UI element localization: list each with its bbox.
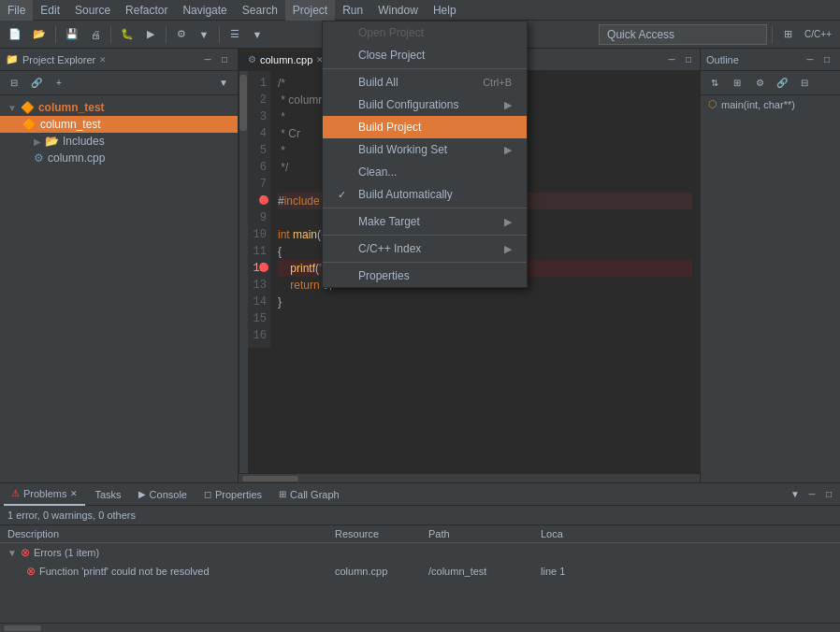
error-desc-inner: ⊗ Function 'printf' could not be resolve… [7, 565, 320, 578]
menu-open-project[interactable]: Open Project [323, 22, 527, 44]
perspective-dropdown-btn[interactable]: ▼ [247, 24, 268, 45]
outline-hide-btn[interactable]: ⊞ [727, 73, 747, 93]
editor-tab-column-cpp[interactable]: ⚙ column.cpp ✕ [239, 49, 334, 71]
view-menu-btn[interactable]: ▼ [213, 73, 234, 93]
properties-icon: ◻ [204, 489, 211, 499]
quick-access-field[interactable]: Quick Access [599, 24, 767, 45]
clean-label: Clean... [358, 165, 397, 179]
tab-label: column.cpp [260, 54, 312, 65]
menu-run[interactable]: Run [335, 0, 370, 21]
error-location-cell: line 1 [533, 562, 840, 581]
debug-btn[interactable]: 🐛 [116, 24, 138, 45]
menu-help[interactable]: Help [426, 0, 464, 21]
problems-filter-btn[interactable]: ▼ [788, 487, 803, 502]
tree-project-root[interactable]: ▼ 🔶 column_test [0, 99, 238, 116]
menu-source[interactable]: Source [67, 0, 118, 21]
problems-hscroll-thumb[interactable] [4, 625, 41, 631]
menu-refactor[interactable]: Refactor [118, 0, 175, 21]
menu-clean[interactable]: Clean... [323, 161, 527, 183]
menu-build-configurations[interactable]: Build Configurations ▶ [323, 93, 527, 116]
outline-maximize-btn[interactable]: □ [819, 52, 834, 67]
tab-call-graph[interactable]: ⊞ Call Graph [271, 483, 347, 506]
tree-file[interactable]: ⚙ column.cpp [0, 150, 238, 166]
problems-panel: ⚠ Problems ✕ Tasks ▶ Console ◻ Propertie… [0, 482, 840, 632]
minimize-panel-btn[interactable]: ─ [200, 52, 215, 67]
save-btn[interactable]: 💾 [61, 24, 83, 45]
col-description: Description [0, 525, 327, 543]
menu-file[interactable]: File [0, 0, 33, 21]
project-icon: 🔶 [21, 101, 35, 114]
editor-minimize-btn[interactable]: ─ [664, 52, 679, 67]
perspectives-open-btn[interactable]: ⊞ [777, 24, 798, 45]
menu-build-working-set[interactable]: Build Working Set ▶ [323, 138, 527, 161]
editor-vscroll-thumb[interactable] [239, 75, 247, 131]
run-btn[interactable]: ▶ [140, 24, 161, 45]
problems-hscrollbar[interactable] [0, 623, 840, 632]
file-label: column.cpp [48, 151, 105, 165]
menu-clean-inner: Clean... [338, 165, 397, 179]
editor-hscroll-thumb[interactable] [242, 476, 298, 481]
cpp-perspective-btn[interactable]: C/C++ [800, 24, 836, 45]
menu-build-all[interactable]: Build All Ctrl+B [323, 71, 527, 93]
file-icon: ⚙ [34, 151, 44, 165]
editor-hscrollbar[interactable] [239, 473, 700, 482]
build-working-set-label: Build Working Set [358, 143, 447, 156]
panel-tab-close-icon: ✕ [99, 55, 107, 65]
menu-cpp-index[interactable]: C/C++ Index ▶ [323, 237, 527, 260]
project-name-label2: column_test [40, 118, 101, 131]
menu-make-target[interactable]: Make Target ▶ [323, 210, 527, 233]
tasks-tab-label: Tasks [94, 489, 121, 500]
outline-link-btn[interactable]: 🔗 [772, 73, 792, 93]
menu-window[interactable]: Window [370, 0, 426, 21]
print-btn[interactable]: 🖨 [85, 24, 106, 45]
console-tab-label: Console [150, 489, 187, 500]
tab-tasks[interactable]: Tasks [87, 483, 128, 506]
editor-maximize-btn[interactable]: □ [681, 52, 696, 67]
build-dropdown-btn[interactable]: ▼ [194, 24, 214, 45]
collapse-all-btn[interactable]: ⊟ [4, 73, 24, 93]
perspective-btn[interactable]: ☰ [224, 24, 245, 45]
problems-tab-close[interactable]: ✕ [70, 489, 78, 498]
menu-project[interactable]: Project [285, 0, 335, 21]
tree-includes[interactable]: ▶ 📂 Includes [0, 133, 238, 150]
tab-properties[interactable]: ◻ Properties [196, 483, 269, 506]
maximize-panel-btn[interactable]: □ [217, 52, 232, 67]
problems-summary: 1 error, 0 warnings, 0 others [0, 506, 840, 525]
error-item-row[interactable]: ⊗ Function 'printf' could not be resolve… [0, 562, 840, 581]
outline-filter-btn[interactable]: ⚙ [749, 73, 770, 93]
menu-search[interactable]: Search [235, 0, 285, 21]
col-location: Loca [533, 525, 840, 543]
problems-minimize-btn[interactable]: ─ [804, 487, 819, 502]
tab-problems[interactable]: ⚠ Problems ✕ [4, 483, 85, 506]
menu-make-target-inner: Make Target [338, 215, 420, 228]
project-explorer-title-text: Project Explorer [22, 54, 95, 65]
project-icon2: 🔶 [22, 118, 36, 131]
error-icon: ⊗ [21, 546, 30, 559]
outline-expand-btn[interactable]: ⊟ [794, 73, 815, 93]
menu-close-project[interactable]: Close Project [323, 44, 527, 66]
outline-sort-btn[interactable]: ⇅ [704, 73, 725, 93]
editor-tab-controls: ─ □ [664, 52, 700, 67]
outline-minimize-btn[interactable]: ─ [803, 52, 818, 67]
menu-build-project[interactable]: Build Project [323, 116, 527, 138]
outline-item-main[interactable]: ⬡ main(int, char**) [701, 95, 840, 113]
menu-properties[interactable]: Properties [323, 265, 527, 287]
problems-maximize-btn[interactable]: □ [821, 487, 836, 502]
tree-project-selected[interactable]: 🔶 column_test [0, 116, 238, 133]
new-btn[interactable]: 📄 [4, 24, 26, 45]
errors-category-row[interactable]: ▼ ⊗ Errors (1 item) [0, 543, 840, 563]
error-resource-cell: column.cpp [327, 562, 421, 581]
menu-build-automatically[interactable]: ✓ Build Automatically [323, 183, 527, 206]
new-cpp-file-btn[interactable]: + [49, 73, 69, 93]
build-config-arrow: ▶ [504, 99, 512, 111]
open-btn[interactable]: 📂 [28, 24, 51, 45]
tab-console[interactable]: ▶ Console [131, 483, 195, 506]
check-build-auto: ✓ [338, 189, 353, 201]
menu-edit[interactable]: Edit [33, 0, 67, 21]
menu-build-working-set-inner: Build Working Set [338, 143, 447, 156]
editor-vscrollbar[interactable] [239, 71, 248, 473]
menu-navigate[interactable]: Navigate [175, 0, 234, 21]
build-btn[interactable]: ⚙ [171, 24, 192, 45]
col-path: Path [421, 525, 533, 543]
link-editor-btn[interactable]: 🔗 [26, 73, 47, 93]
